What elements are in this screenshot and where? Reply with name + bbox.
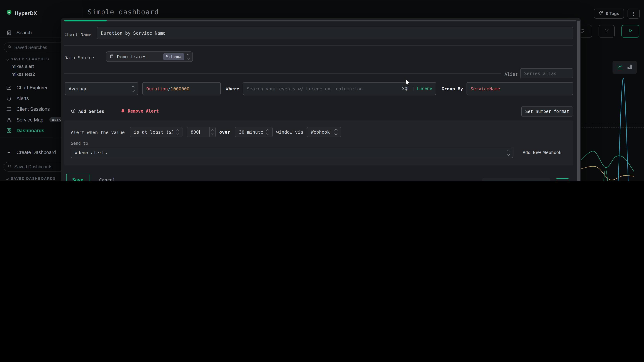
database-icon [110, 54, 114, 59]
lucene-mode-button[interactable]: Lucene [417, 86, 432, 91]
edit-chart-modal: Chart Name Duration by Service Name Data… [61, 18, 581, 181]
alias-label: Alias [504, 71, 518, 77]
send-to-label: Send to [71, 141, 88, 146]
modal-scrollbar[interactable] [577, 20, 580, 181]
where-label: Where [226, 86, 239, 91]
chart-name-input[interactable]: Duration by Service Name [97, 27, 573, 39]
chevron-down-icon [6, 58, 9, 61]
save-button[interactable]: Save [66, 174, 90, 181]
granularity-select[interactable]: Auto Granularity [482, 178, 550, 181]
alert-prefix: Alert when the value [71, 130, 125, 135]
alert-bell-icon [120, 108, 125, 114]
select-chevrons-icon [187, 54, 189, 59]
sidebar-item-label: Search [16, 30, 32, 35]
select-chevrons-icon [176, 129, 178, 135]
cancel-button[interactable]: Cancel [99, 177, 115, 181]
chart-name-label: Chart Name [64, 32, 92, 37]
app-root: Simple dashboard 0 Tags ⋮ 10:35:00 AM Hy… [0, 0, 644, 181]
mouse-cursor [405, 79, 410, 88]
add-series-button[interactable]: Add Series [71, 108, 104, 114]
alert-via-label: window via [276, 129, 303, 135]
saved-searches-header[interactable]: SAVED SEARCHES [6, 57, 49, 61]
chart-explorer-icon [6, 85, 12, 90]
webhook-select[interactable]: #demo-alerts [71, 148, 514, 158]
search-list-icon [6, 30, 12, 35]
tags-button[interactable]: 0 Tags [594, 8, 624, 18]
saved-search-item[interactable]: mikes tets2 [12, 71, 35, 77]
kebab-menu-button[interactable]: ⋮ [628, 8, 640, 18]
filter-icon [604, 27, 610, 35]
remove-alert-button[interactable]: Remove Alert [120, 108, 159, 114]
search-icon [8, 164, 12, 169]
page-title: Simple dashboard [88, 8, 159, 16]
expression-input[interactable]: Duration/1000000 [142, 82, 221, 95]
progress-bar-fill [64, 20, 106, 21]
aggregation-select[interactable]: Average [65, 82, 138, 95]
run-query-button[interactable] [622, 25, 639, 37]
saved-search-item[interactable]: mikes alert [12, 64, 34, 69]
group-by-label: Group By [442, 86, 463, 91]
bell-icon [6, 95, 12, 101]
select-chevrons-icon [132, 86, 134, 91]
alert-over-label: over [219, 129, 230, 135]
set-number-format-button[interactable]: Set number format [521, 107, 573, 117]
saved-searches-placeholder: Saved Searches [14, 45, 47, 50]
brand-logo-icon [6, 9, 12, 17]
saved-dashboards-placeholder: Saved Dashboards [14, 164, 52, 169]
plus-circle-icon [71, 108, 76, 114]
chevron-down-icon [6, 177, 9, 180]
tag-icon [599, 11, 604, 16]
play-icon [628, 28, 633, 35]
progress-bar [64, 20, 576, 21]
schema-badge: Schema [163, 53, 184, 60]
brand[interactable]: HyperDX [6, 9, 37, 17]
data-source-label: Data Source [64, 55, 94, 60]
alert-config-panel: Alert when the value is at least (≥) 800… [64, 120, 573, 166]
saved-dashboards-header[interactable]: SAVED DASHBOARDS [6, 177, 56, 181]
select-chevrons-icon [335, 129, 337, 135]
alert-window-select[interactable]: 30 minute [235, 127, 273, 137]
alias-input[interactable]: Series alias [520, 68, 573, 78]
data-source-select[interactable]: Demo Traces Schema [106, 51, 193, 62]
kebab-icon: ⋮ [631, 11, 636, 16]
add-new-webhook-button[interactable]: Add New Webhook [523, 150, 562, 155]
dashboards-icon [6, 128, 12, 133]
select-chevrons-icon [507, 150, 510, 156]
service-map-icon [6, 117, 12, 123]
alert-condition-select[interactable]: is at least (≥) [130, 127, 182, 137]
text-caret [199, 130, 200, 134]
alert-threshold-input[interactable]: 800 [187, 127, 216, 137]
brand-name: HyperDX [15, 10, 37, 16]
plus-icon: + [6, 149, 12, 155]
scrollbar-thumb[interactable] [577, 21, 580, 181]
filter-button[interactable] [598, 25, 615, 37]
number-spinner[interactable] [209, 127, 216, 137]
preview-run-button[interactable] [556, 178, 569, 181]
search-icon [8, 45, 12, 50]
background-chart [580, 68, 644, 181]
laptop-icon [6, 106, 12, 112]
tags-label: 0 Tags [606, 11, 619, 16]
group-by-input[interactable]: ServiceName [466, 82, 573, 95]
select-chevrons-icon [266, 129, 269, 135]
alert-channel-select[interactable]: Webhook [307, 127, 341, 137]
